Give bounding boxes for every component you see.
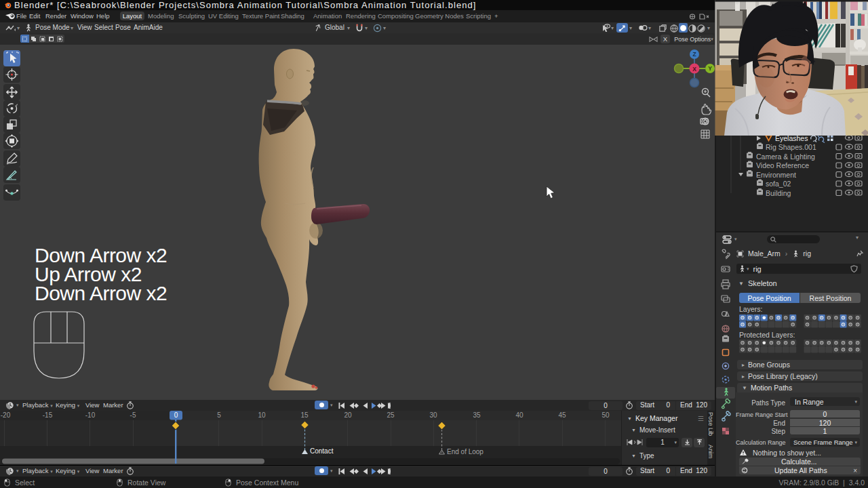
svg-text:-15: -15 — [43, 411, 53, 419]
svg-text:Camera & Lighting: Camera & Lighting — [756, 152, 815, 161]
svg-text:Contact: Contact — [310, 447, 334, 455]
svg-text:-5: -5 — [130, 411, 136, 419]
svg-text:X: X — [692, 66, 696, 73]
svg-text:Environment: Environment — [756, 171, 796, 179]
svg-text:Video Reference: Video Reference — [756, 161, 809, 169]
svg-text:30: 30 — [429, 411, 437, 419]
svg-text:45: 45 — [558, 411, 566, 419]
svg-text:50: 50 — [601, 411, 610, 419]
svg-text:sofa_02: sofa_02 — [766, 180, 791, 188]
svg-text:Y: Y — [708, 65, 712, 72]
svg-text:Building: Building — [766, 189, 791, 197]
svg-text:25: 25 — [387, 411, 395, 419]
svg-text:-20: -20 — [1, 411, 11, 419]
svg-text:-10: -10 — [85, 411, 96, 419]
svg-text:10: 10 — [258, 411, 266, 419]
svg-text:Rig Shapes.001: Rig Shapes.001 — [766, 143, 816, 151]
svg-text:5: 5 — [217, 411, 221, 419]
svg-text:0: 0 — [174, 411, 178, 419]
svg-text:40: 40 — [515, 411, 524, 419]
svg-text:35: 35 — [473, 411, 481, 419]
svg-text:End of Loop: End of Loop — [447, 448, 484, 455]
svg-text:Z: Z — [692, 51, 696, 58]
svg-text:20: 20 — [344, 411, 352, 419]
svg-text:15: 15 — [300, 411, 309, 419]
